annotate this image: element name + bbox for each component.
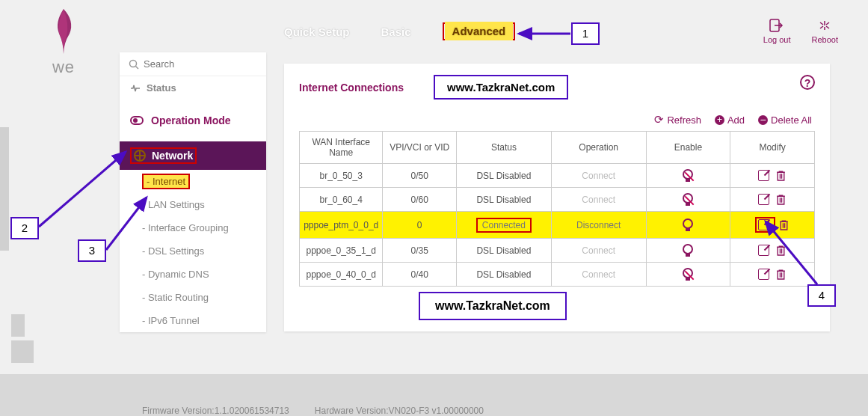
search-field[interactable] — [144, 58, 233, 70]
cell-status: DSL Disabled — [457, 188, 552, 212]
delete-button[interactable] — [778, 219, 789, 230]
col-status: Status — [457, 132, 552, 164]
cell-wan: pppoe_ptm_0_0_d — [300, 212, 383, 239]
search-input[interactable] — [120, 52, 266, 76]
status-label: Status — [147, 82, 176, 94]
cell-operation[interactable]: Connect — [551, 263, 646, 287]
refresh-button[interactable]: Refresh — [654, 113, 701, 126]
cell-enable[interactable] — [646, 239, 730, 263]
cell-vpi: 0/60 — [383, 188, 457, 212]
svg-line-4 — [820, 26, 823, 28]
sidebar: Status Operation Mode Network - Internet… — [120, 52, 266, 332]
reboot-button[interactable]: Reboot — [812, 19, 838, 44]
edit-button[interactable] — [758, 269, 769, 280]
col-enable: Enable — [646, 132, 730, 164]
watermark: www.TazkraNet.com — [434, 75, 568, 100]
col-vpi: VPI/VCI or VID — [383, 132, 457, 164]
sidebar-sub-internet[interactable]: - Internet — [120, 170, 266, 193]
sidebar-sub-dynamic-dns[interactable]: - Dynamic DNS — [120, 263, 266, 286]
pulse-icon — [130, 85, 141, 92]
edit-button[interactable] — [758, 245, 769, 256]
sidebar-item-status[interactable]: Status — [120, 76, 266, 100]
cell-modify — [730, 164, 815, 188]
bulb-icon[interactable] — [683, 169, 693, 180]
delete-all-button[interactable]: Delete All — [758, 113, 812, 126]
edit-button[interactable] — [758, 219, 769, 230]
col-modify: Modify — [730, 132, 815, 164]
cell-operation[interactable]: Connect — [551, 188, 646, 212]
brand-text: we — [30, 58, 97, 77]
logout-icon — [769, 19, 784, 32]
cell-enable[interactable] — [646, 263, 730, 287]
cell-wan: pppoe_0_40_0_d — [300, 263, 383, 287]
sidebar-sub-ipv6-tunnel[interactable]: - IPv6 Tunnel — [120, 309, 266, 332]
delete-button[interactable] — [775, 170, 787, 181]
add-button[interactable]: Add — [715, 113, 745, 126]
footer: Firmware Version:1.1.020061534713 Hardwa… — [142, 406, 484, 416]
reboot-label: Reboot — [812, 35, 838, 44]
table-row: pppoe_0_35_1_d0/35DSL DisabledConnect — [300, 239, 815, 263]
globe-icon — [134, 150, 146, 162]
cell-wan: br_0_60_4 — [300, 188, 383, 212]
cell-enable[interactable] — [646, 212, 730, 239]
table-row: pppoe_ptm_0_0_d0ConnectedDisconnect — [300, 212, 815, 239]
top-navigation: Quick Setup Basic Advanced — [284, 22, 515, 40]
svg-line-2 — [820, 22, 823, 25]
bulb-icon[interactable] — [683, 193, 693, 204]
search-icon — [129, 59, 139, 70]
sidebar-sub-interface-grouping[interactable]: - Interface Grouping — [120, 216, 266, 239]
cell-status: DSL Disabled — [457, 164, 552, 188]
table-row: br_0_50_30/50DSL DisabledConnect — [300, 164, 815, 188]
edit-button[interactable] — [758, 170, 769, 181]
sidebar-sub-lan-settings[interactable]: - LAN Settings — [120, 193, 266, 216]
delete-button[interactable] — [775, 245, 787, 256]
cell-status: Connected — [457, 212, 552, 239]
flame-icon — [49, 7, 79, 56]
bulb-icon[interactable] — [683, 218, 693, 229]
cell-enable[interactable] — [646, 188, 730, 212]
nav-advanced[interactable]: Advanced — [445, 22, 514, 40]
svg-line-10 — [39, 152, 126, 227]
cell-vpi: 0/40 — [383, 263, 457, 287]
svg-point-7 — [130, 60, 137, 67]
delete-button[interactable] — [775, 194, 787, 205]
nav-quick-setup[interactable]: Quick Setup — [284, 25, 350, 38]
toggle-icon — [130, 116, 144, 125]
edit-button[interactable] — [758, 194, 769, 205]
callout-2: 2 — [10, 217, 39, 239]
svg-line-8 — [136, 66, 139, 69]
callout-1: 1 — [571, 22, 600, 45]
table-row: br_0_60_40/60DSL DisabledConnect — [300, 188, 815, 212]
cell-status: DSL Disabled — [457, 263, 552, 287]
logout-button[interactable]: Log out — [763, 19, 791, 44]
reboot-icon — [817, 19, 832, 32]
cell-modify — [730, 263, 815, 287]
sidebar-sub-dsl-settings[interactable]: - DSL Settings — [120, 239, 266, 263]
cell-wan: br_0_50_3 — [300, 164, 383, 188]
cell-vpi: 0/35 — [383, 239, 457, 263]
cell-operation[interactable]: Disconnect — [551, 212, 646, 239]
callout-4: 4 — [807, 284, 836, 307]
cell-status: DSL Disabled — [457, 239, 552, 263]
nav-basic[interactable]: Basic — [381, 25, 411, 38]
help-icon[interactable]: ? — [800, 75, 815, 90]
bulb-icon[interactable] — [683, 244, 693, 254]
cell-operation[interactable]: Connect — [551, 239, 646, 263]
sidebar-sub-static-routing[interactable]: - Static Routing — [120, 286, 266, 309]
sidebar-item-operation-mode[interactable]: Operation Mode — [120, 107, 266, 134]
cell-enable[interactable] — [646, 164, 730, 188]
sidebar-item-network[interactable]: Network — [120, 141, 266, 170]
brand-logo: we — [30, 7, 97, 77]
firmware-version: Firmware Version:1.1.020061534713 — [142, 406, 289, 416]
col-wan: WAN Interface Name — [300, 132, 383, 164]
cell-modify — [730, 239, 815, 263]
delete-button[interactable] — [775, 269, 787, 280]
cell-operation[interactable]: Connect — [551, 164, 646, 188]
network-label: Network — [152, 150, 193, 162]
table-row: pppoe_0_40_0_d0/40DSL DisabledConnect — [300, 263, 815, 287]
watermark-2: www.TazkraNet.com — [419, 292, 567, 320]
callout-3: 3 — [78, 239, 106, 262]
svg-line-3 — [826, 22, 829, 25]
bulb-icon[interactable] — [683, 268, 693, 278]
cell-modify — [730, 188, 815, 212]
